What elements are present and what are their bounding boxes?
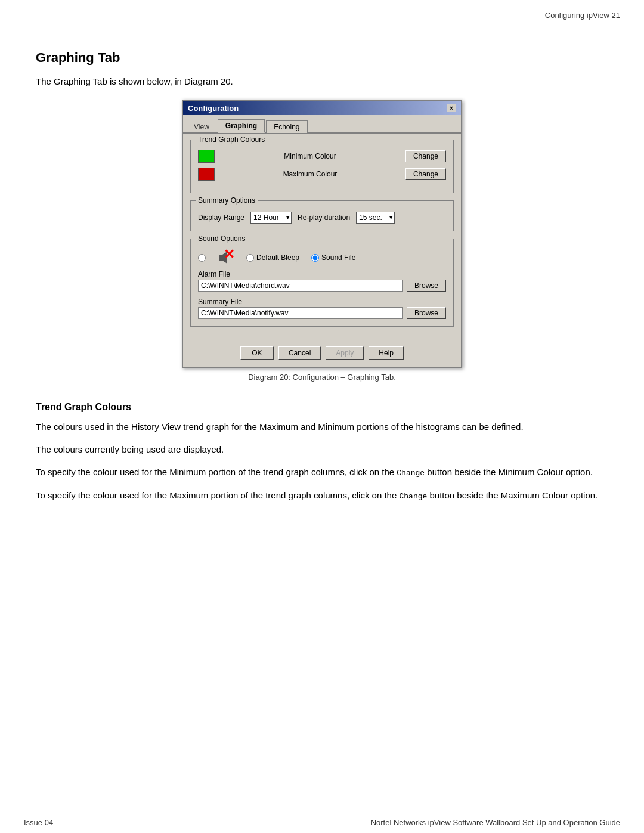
display-range-label: Display Range [198,213,244,222]
sound-row: ✕ Default Bleep Sound File [198,250,446,265]
replay-duration-label: Re-play duration [298,213,350,222]
tab-graphing[interactable]: Graphing [218,119,265,133]
change-code-min: Change [397,469,425,478]
radio-sound-file[interactable] [311,254,319,262]
header-text: Configuring ipView 21 [545,11,620,20]
mute-x-icon: ✕ [224,248,234,261]
cancel-button[interactable]: Cancel [278,346,321,360]
body-para-1: The colours used in the History View tre… [36,420,608,434]
footer-center: Nortel Networks ipView Software Wallboar… [371,818,620,827]
default-bleep-label: Default Bleep [246,253,299,262]
replay-duration-select[interactable]: 15 sec. 30 sec. 60 sec. [356,212,395,224]
footer-left: Issue 04 [24,818,53,827]
radio-default-bleep[interactable] [246,254,254,262]
sound-file-label: Sound File [311,253,355,262]
alarm-file-label: Alarm File [198,270,446,278]
alarm-browse-button[interactable]: Browse [407,280,446,292]
page-footer: Issue 04 Nortel Networks ipView Software… [0,812,644,833]
min-colour-row: Minimum Colour Change [198,150,446,163]
page-title: Graphing Tab [36,50,608,66]
sound-options-legend: Sound Options [196,234,247,243]
min-change-button[interactable]: Change [405,150,446,162]
dialog-title: Configuration [188,104,239,113]
display-range-select[interactable]: 12 Hour 24 Hour 1 Week [250,212,292,224]
section-heading: Trend Graph Colours [36,402,608,413]
apply-button[interactable]: Apply [326,346,364,360]
dialog-wrapper: Configuration × View Graphing Echoing Tr… [36,100,608,396]
alarm-file-row: Alarm File Browse [198,270,446,292]
change-code-max: Change [399,492,427,501]
alarm-file-input-row: Browse [198,280,446,292]
summary-file-row: Summary File Browse [198,298,446,319]
min-colour-swatch [198,150,215,163]
page-header: Configuring ipView 21 [0,0,644,26]
svg-rect-0 [219,255,222,261]
close-button[interactable]: × [447,104,456,112]
mute-icon: ✕ [218,250,234,265]
summary-browse-button[interactable]: Browse [407,307,446,319]
min-colour-label: Minimum Colour [221,152,400,160]
summary-options-group: Summary Options Display Range 12 Hour 24… [190,200,454,231]
summary-file-label: Summary File [198,298,446,306]
diagram-caption: Diagram 20: Configuration – Graphing Tab… [248,373,396,382]
trend-colours-group: Trend Graph Colours Minimum Colour Chang… [190,140,454,193]
max-colour-row: Maximum Colour Change [198,168,446,181]
alarm-file-input[interactable] [198,280,403,292]
display-range-wrapper: 12 Hour 24 Hour 1 Week ▼ [250,212,292,224]
configuration-dialog: Configuration × View Graphing Echoing Tr… [182,100,462,368]
replay-duration-wrapper: 15 sec. 30 sec. 60 sec. ▼ [356,212,395,224]
dialog-footer: OK Cancel Apply Help [183,340,461,367]
tabs-bar: View Graphing Echoing [183,115,461,134]
sound-options-group: Sound Options ✕ [190,239,454,327]
summary-options-legend: Summary Options [196,196,258,205]
body-para-4: To specify the colour used for the Maxim… [36,488,608,503]
radio-mute[interactable] [198,254,206,262]
body-para-2: The colours currently being used are dis… [36,442,608,457]
summary-file-input-row: Browse [198,307,446,319]
summary-file-input[interactable] [198,307,403,319]
max-change-button[interactable]: Change [405,168,446,180]
dialog-body: Trend Graph Colours Minimum Colour Chang… [183,134,461,340]
max-colour-label: Maximum Colour [221,170,400,178]
body-para-3: To specify the colour used for the Minim… [36,465,608,480]
tab-echoing[interactable]: Echoing [266,120,307,133]
view-label: View [189,122,214,132]
intro-text: The Graphing Tab is shown below, in Diag… [36,76,608,86]
dialog-titlebar: Configuration × [183,101,461,115]
main-content: Graphing Tab The Graphing Tab is shown b… [0,26,644,535]
max-colour-swatch [198,168,215,181]
summary-row: Display Range 12 Hour 24 Hour 1 Week ▼ R… [198,212,446,224]
help-button[interactable]: Help [369,346,404,360]
trend-colours-legend: Trend Graph Colours [196,135,267,144]
ok-button[interactable]: OK [240,346,274,360]
